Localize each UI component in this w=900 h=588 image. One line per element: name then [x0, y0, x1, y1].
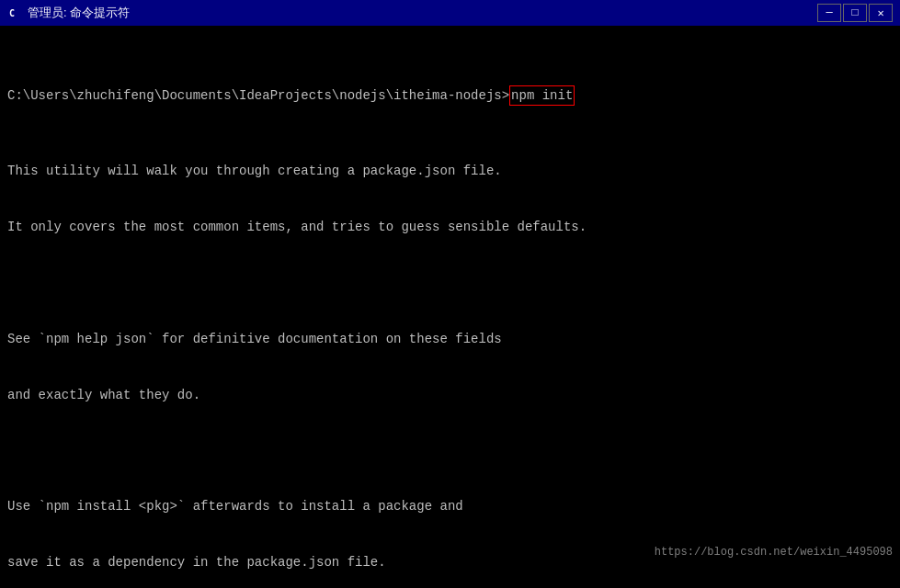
titlebar-left: C 管理员: 命令提示符 — [7, 5, 130, 21]
blank-2 — [7, 442, 893, 460]
titlebar: C 管理员: 命令提示符 ─ □ ✕ — [0, 0, 900, 26]
npm-init-highlight: npm init — [509, 85, 575, 106]
info-line-7: Use `npm install <pkg>` afterwards to in… — [7, 497, 893, 515]
blank-1 — [7, 274, 893, 292]
terminal[interactable]: C:\Users\zhuchifeng\Documents\IdeaProjec… — [0, 26, 900, 588]
prompt-text: C:\Users\zhuchifeng\Documents\IdeaProjec… — [7, 86, 509, 105]
minimize-button[interactable]: ─ — [817, 4, 841, 22]
info-line-5: and exactly what they do. — [7, 386, 893, 404]
info-line-1: This utility will walk you through creat… — [7, 162, 893, 180]
window-title: 管理员: 命令提示符 — [28, 5, 130, 21]
svg-text:C: C — [9, 8, 15, 18]
info-line-2: It only covers the most common items, an… — [7, 218, 893, 236]
info-line-4: See `npm help json` for definitive docum… — [7, 330, 893, 348]
terminal-output: C:\Users\zhuchifeng\Documents\IdeaProjec… — [7, 29, 893, 588]
window: C 管理员: 命令提示符 ─ □ ✕ C:\Users\zhuchifeng\D… — [0, 0, 900, 588]
close-button[interactable]: ✕ — [869, 4, 893, 22]
titlebar-controls[interactable]: ─ □ ✕ — [817, 4, 893, 22]
command-line: C:\Users\zhuchifeng\Documents\IdeaProjec… — [7, 85, 893, 106]
maximize-button[interactable]: □ — [843, 4, 867, 22]
app-icon: C — [7, 6, 22, 20]
watermark: https://blog.csdn.net/weixin_4495098 — [655, 546, 893, 559]
